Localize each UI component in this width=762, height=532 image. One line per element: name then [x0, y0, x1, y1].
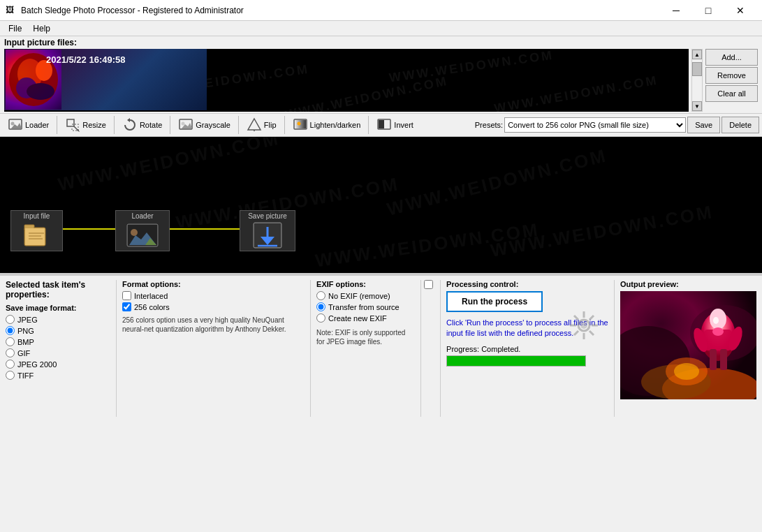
canvas-watermark-5: WWW.WEIDOWN.COM	[489, 201, 715, 262]
watermark-3: WWW.WEIDOWN.COM	[284, 73, 449, 112]
format-tiff[interactable]: TIFF	[6, 371, 110, 380]
extra-check-1[interactable]: T...	[424, 280, 434, 289]
format-options-panel: Format options: Interlaced 256 colors 25…	[116, 280, 305, 417]
maximize-button[interactable]: □	[692, 0, 724, 21]
toolbar-resize[interactable]: Resize	[60, 114, 111, 135]
format-jpeg2000-radio[interactable]	[6, 360, 15, 369]
canvas-watermark-3: WWW.WEIDOWN.COM	[314, 219, 541, 272]
format-png-label: PNG	[17, 327, 34, 335]
exif-noexif-label: No EXIF (remove)	[328, 292, 390, 300]
toolbar-grayscale[interactable]: Grayscale	[173, 114, 235, 135]
image-list-scrollbar[interactable]: ▲ ▼	[691, 49, 703, 112]
svg-rect-23	[384, 120, 390, 128]
progress-bar-fill	[447, 356, 585, 366]
flip-icon	[247, 117, 262, 133]
toolbar-invert-label: Invert	[394, 121, 413, 129]
svg-rect-26	[25, 228, 45, 245]
exif-noexif-radio[interactable]	[316, 291, 325, 300]
format-jpeg2000[interactable]: JPEG 2000	[6, 360, 110, 369]
toolbar-invert[interactable]: Invert	[372, 114, 418, 135]
format-bmp[interactable]: BMP	[6, 337, 110, 346]
toolbar-rotate-label: Rotate	[140, 121, 162, 129]
format-jpeg[interactable]: JPEG	[6, 315, 110, 324]
process-canvas: WWW.WEIDOWN.COM WWW.WEIDOWN.COM WWW.WEID…	[0, 137, 762, 273]
colors256-checkbox[interactable]	[122, 302, 131, 311]
clear-all-button[interactable]: Clear all	[705, 85, 758, 102]
format-jpeg-radio[interactable]	[6, 315, 15, 324]
exif-transfer-label: Transfer from source	[328, 303, 400, 311]
title-bar: 🖼 Batch Sledge Photo Processor - Registe…	[0, 0, 762, 21]
image-thumbnail[interactable]: 2021/5/22 16:49:58	[4, 49, 207, 110]
exif-create-radio[interactable]	[316, 313, 325, 323]
exif-create-new[interactable]: Create new EXIF	[316, 313, 415, 323]
image-list[interactable]: WWW.WEIDOWN.COM WWW.WEIDOWN.COM WWW.WEID…	[4, 49, 689, 112]
presets-select[interactable]: Convert to 256 color PNG (small file siz…	[504, 117, 686, 133]
svg-point-49	[580, 322, 587, 329]
minimize-button[interactable]: ─	[660, 0, 692, 21]
exif-options-panel: EXIF options: No EXIF (remove) Transfer …	[310, 280, 415, 417]
save-picture-icon	[250, 221, 285, 249]
interlaced-checkbox[interactable]	[122, 291, 131, 300]
extra-cb-1[interactable]	[424, 280, 433, 289]
add-button[interactable]: Add...	[705, 49, 758, 66]
toolbar-lightendarken[interactable]: Lighten/darken	[288, 114, 366, 135]
save-picture-label: Save picture	[242, 212, 293, 220]
run-process-button[interactable]: Run the process	[446, 291, 543, 312]
exif-transfer[interactable]: Transfer from source	[316, 302, 415, 311]
svg-line-45	[574, 316, 578, 320]
menu-file[interactable]: File	[3, 22, 27, 35]
toolbar-loader[interactable]: Loader	[3, 114, 54, 135]
output-preview-panel: Output preview:	[614, 280, 756, 417]
toolbar-grayscale-label: Grayscale	[196, 121, 230, 129]
menu-bar: File Help	[0, 21, 762, 36]
close-button[interactable]: ✕	[724, 0, 756, 21]
svg-point-20	[297, 122, 300, 126]
format-jpeg2000-label: JPEG 2000	[17, 360, 57, 369]
svg-rect-8	[67, 119, 74, 126]
save-format-options: JPEG PNG BMP GIF JPEG 2000 TIFF	[6, 315, 110, 380]
format-bmp-radio[interactable]	[6, 337, 15, 346]
svg-line-46	[589, 331, 594, 335]
scroll-thumb[interactable]	[692, 62, 702, 76]
input-file-label: Input file	[13, 212, 61, 220]
remove-button[interactable]: Remove	[705, 67, 758, 84]
colors256-label: 256 colors	[134, 303, 170, 311]
separator-2	[114, 116, 115, 134]
format-png-radio[interactable]	[6, 326, 15, 335]
exif-no-exif[interactable]: No EXIF (remove)	[316, 291, 415, 300]
colors256-option[interactable]: 256 colors	[122, 302, 305, 311]
input-file-node[interactable]: Input file	[10, 210, 63, 251]
svg-point-4	[27, 83, 54, 100]
separator-4	[238, 116, 239, 134]
format-gif-radio[interactable]	[6, 348, 15, 357]
interlaced-option[interactable]: Interlaced	[122, 291, 305, 300]
delete-preset-button[interactable]: Delete	[721, 117, 759, 133]
save-format-label: Save image format:	[6, 304, 110, 312]
exif-transfer-radio[interactable]	[316, 302, 325, 311]
format-tiff-radio[interactable]	[6, 371, 15, 380]
format-tiff-label: TIFF	[17, 371, 34, 380]
window-controls: ─ □ ✕	[660, 0, 756, 21]
loader-node[interactable]: Loader	[115, 210, 170, 251]
separator-1	[57, 116, 57, 134]
toolbar-flip[interactable]: Flip	[242, 114, 281, 135]
exif-options-group: No EXIF (remove) Transfer from source Cr…	[316, 291, 415, 323]
canvas-watermark-4: WWW.WEIDOWN.COM	[385, 145, 610, 220]
format-gif[interactable]: GIF	[6, 348, 110, 357]
scroll-up-arrow[interactable]: ▲	[692, 50, 702, 59]
save-preset-button[interactable]: Save	[687, 117, 720, 133]
format-note: 256 colors option uses a very high quali…	[122, 316, 305, 334]
output-preview-title: Output preview:	[620, 280, 756, 288]
loader-icon	[8, 117, 23, 133]
format-png[interactable]: PNG	[6, 326, 110, 335]
scroll-down-arrow[interactable]: ▼	[692, 101, 702, 111]
toolbar-rotate[interactable]: Rotate	[117, 114, 167, 135]
format-options-label: Format options:	[122, 280, 305, 288]
loader-node-label: Loader	[117, 212, 168, 220]
toolbar: Loader Resize Rotate	[0, 113, 762, 137]
menu-help[interactable]: Help	[27, 22, 56, 35]
preview-image	[620, 291, 756, 399]
save-picture-node[interactable]: Save picture	[240, 210, 295, 251]
exif-options-label: EXIF options:	[316, 280, 415, 288]
toolbar-loader-label: Loader	[25, 121, 49, 129]
